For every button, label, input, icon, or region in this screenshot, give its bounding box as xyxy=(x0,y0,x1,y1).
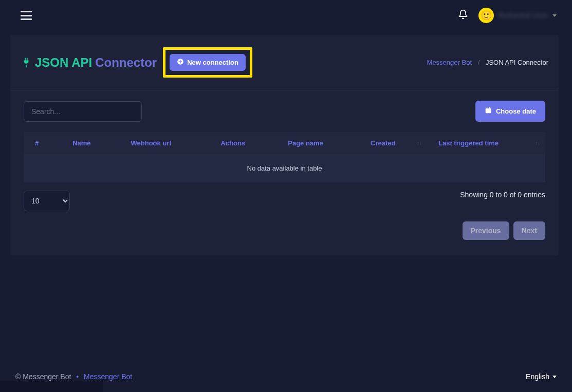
footer: © Messenger Bot • Messenger Bot English xyxy=(0,372,572,381)
page-title-wrap: JSON API Connector New connection xyxy=(21,47,252,78)
user-menu[interactable]: 🙂 Redacted User xyxy=(478,8,557,23)
page-title-part1: JSON API xyxy=(35,55,92,70)
bottom-row: 10 Showing 0 to 0 of 0 entries xyxy=(10,182,559,211)
chevron-down-icon xyxy=(552,376,557,378)
toolbar: Choose date xyxy=(10,90,559,132)
col-created-label: Created xyxy=(371,139,395,147)
search-input[interactable] xyxy=(24,101,142,122)
breadcrumb: Messenger Bot / JSON API Connector xyxy=(427,59,548,66)
breadcrumb-separator: / xyxy=(478,59,480,66)
bottom-strip xyxy=(0,381,103,392)
previous-button[interactable]: Previous xyxy=(463,221,509,240)
page-title-part2: Connector xyxy=(95,55,157,70)
topbar-right: 🙂 Redacted User xyxy=(458,8,557,23)
page-title: JSON API Connector xyxy=(21,55,157,70)
col-actions[interactable]: Actions xyxy=(209,132,276,154)
entries-info: Showing 0 to 0 of 0 entries xyxy=(460,191,545,199)
col-name[interactable]: Name xyxy=(61,132,119,154)
svg-rect-2 xyxy=(486,108,491,110)
table-header-row: # Name Webhook url Actions Page name Cre… xyxy=(24,132,545,154)
pagination: Previous Next xyxy=(10,211,559,240)
plug-icon xyxy=(21,57,32,68)
page-size-select[interactable]: 10 xyxy=(24,191,70,211)
col-last-triggered-label: Last triggered time xyxy=(438,139,499,147)
language-switcher[interactable]: English xyxy=(526,372,557,381)
table-wrap: # Name Webhook url Actions Page name Cre… xyxy=(10,132,559,182)
col-last-triggered[interactable]: Last triggered time ↑↓ xyxy=(427,132,545,154)
topbar: 🙂 Redacted User xyxy=(0,0,572,31)
plus-circle-icon xyxy=(177,58,184,67)
breadcrumb-parent[interactable]: Messenger Bot xyxy=(427,59,472,66)
new-connection-button[interactable]: New connection xyxy=(170,54,246,71)
table-empty-message: No data available in table xyxy=(24,154,545,182)
page-header: JSON API Connector New connection Messen… xyxy=(10,35,559,90)
user-name: Redacted User xyxy=(498,11,548,20)
col-page-name[interactable]: Page name xyxy=(276,132,359,154)
sort-icon: ↑↓ xyxy=(535,141,540,145)
breadcrumb-current: JSON API Connector xyxy=(486,59,548,66)
table-empty-row: No data available in table xyxy=(24,154,545,182)
footer-copyright: © Messenger Bot xyxy=(15,372,71,381)
notifications-icon[interactable] xyxy=(458,9,468,22)
data-table: # Name Webhook url Actions Page name Cre… xyxy=(24,132,545,182)
choose-date-button[interactable]: Choose date xyxy=(475,101,545,122)
highlight-annotation: New connection xyxy=(163,47,252,78)
col-index[interactable]: # xyxy=(24,132,61,154)
footer-left: © Messenger Bot • Messenger Bot xyxy=(15,372,132,381)
content-card: JSON API Connector New connection Messen… xyxy=(10,35,559,255)
next-button[interactable]: Next xyxy=(513,221,545,240)
col-created[interactable]: Created ↑↓ xyxy=(359,132,427,154)
choose-date-label: Choose date xyxy=(496,107,536,115)
footer-link[interactable]: Messenger Bot xyxy=(84,372,132,381)
footer-separator: • xyxy=(76,372,79,381)
calendar-icon xyxy=(485,107,492,116)
sort-icon: ↑↓ xyxy=(417,141,422,145)
col-webhook[interactable]: Webhook url xyxy=(120,132,210,154)
menu-toggle-icon[interactable] xyxy=(21,11,32,20)
new-connection-label: New connection xyxy=(187,59,238,66)
language-label: English xyxy=(526,372,549,381)
chevron-down-icon xyxy=(552,14,557,17)
avatar: 🙂 xyxy=(478,8,494,23)
